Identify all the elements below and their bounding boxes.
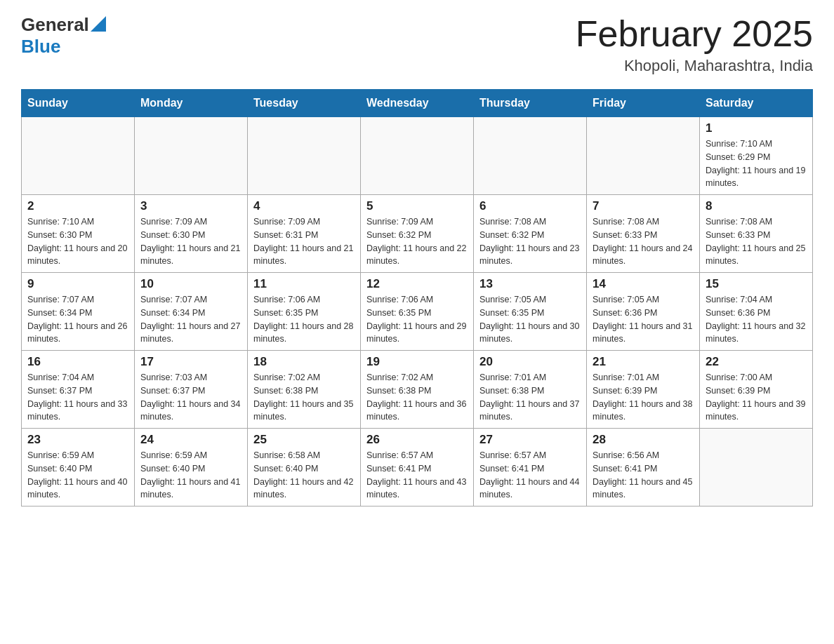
calendar-cell <box>135 117 248 195</box>
svg-marker-0 <box>91 16 106 32</box>
calendar-cell <box>361 117 474 195</box>
calendar-table: SundayMondayTuesdayWednesdayThursdayFrid… <box>21 89 813 507</box>
day-info: Sunrise: 7:09 AMSunset: 6:31 PMDaylight:… <box>253 215 355 268</box>
calendar-cell: 17Sunrise: 7:03 AMSunset: 6:37 PMDayligh… <box>135 351 248 429</box>
calendar-cell <box>474 117 587 195</box>
calendar-week-row: 16Sunrise: 7:04 AMSunset: 6:37 PMDayligh… <box>22 351 813 429</box>
day-info: Sunrise: 6:57 AMSunset: 6:41 PMDaylight:… <box>479 449 581 502</box>
day-number: 1 <box>706 121 807 135</box>
page-header: General Blue February 2025 Khopoli, Maha… <box>21 14 813 75</box>
calendar-cell <box>587 117 700 195</box>
logo-blue: Blue <box>21 36 60 57</box>
column-header-wednesday: Wednesday <box>361 90 474 117</box>
calendar-cell: 23Sunrise: 6:59 AMSunset: 6:40 PMDayligh… <box>22 429 135 507</box>
calendar-cell: 13Sunrise: 7:05 AMSunset: 6:35 PMDayligh… <box>474 273 587 351</box>
calendar-cell: 24Sunrise: 6:59 AMSunset: 6:40 PMDayligh… <box>135 429 248 507</box>
calendar-cell: 5Sunrise: 7:09 AMSunset: 6:32 PMDaylight… <box>361 195 474 273</box>
day-number: 3 <box>140 199 241 213</box>
day-info: Sunrise: 7:09 AMSunset: 6:30 PMDaylight:… <box>140 215 241 268</box>
column-header-saturday: Saturday <box>700 90 813 117</box>
day-number: 24 <box>140 433 241 447</box>
calendar-cell: 10Sunrise: 7:07 AMSunset: 6:34 PMDayligh… <box>135 273 248 351</box>
day-info: Sunrise: 7:05 AMSunset: 6:35 PMDaylight:… <box>479 293 581 346</box>
day-number: 23 <box>27 433 128 447</box>
calendar-cell: 28Sunrise: 6:56 AMSunset: 6:41 PMDayligh… <box>587 429 700 507</box>
calendar-cell: 27Sunrise: 6:57 AMSunset: 6:41 PMDayligh… <box>474 429 587 507</box>
day-number: 12 <box>366 277 468 291</box>
day-number: 27 <box>479 433 581 447</box>
day-number: 5 <box>366 199 468 213</box>
logo: General Blue <box>21 14 106 58</box>
calendar-cell: 15Sunrise: 7:04 AMSunset: 6:36 PMDayligh… <box>700 273 813 351</box>
day-number: 26 <box>366 433 468 447</box>
day-number: 28 <box>593 433 694 447</box>
column-header-sunday: Sunday <box>22 90 135 117</box>
column-header-monday: Monday <box>135 90 248 117</box>
day-number: 13 <box>479 277 581 291</box>
calendar-cell: 19Sunrise: 7:02 AMSunset: 6:38 PMDayligh… <box>361 351 474 429</box>
calendar-title: February 2025 <box>576 14 813 54</box>
calendar-cell: 18Sunrise: 7:02 AMSunset: 6:38 PMDayligh… <box>248 351 361 429</box>
calendar-cell: 3Sunrise: 7:09 AMSunset: 6:30 PMDaylight… <box>135 195 248 273</box>
day-info: Sunrise: 7:02 AMSunset: 6:38 PMDaylight:… <box>253 371 355 424</box>
title-block: February 2025 Khopoli, Maharashtra, Indi… <box>576 14 813 75</box>
calendar-cell: 12Sunrise: 7:06 AMSunset: 6:35 PMDayligh… <box>361 273 474 351</box>
day-info: Sunrise: 7:01 AMSunset: 6:38 PMDaylight:… <box>479 371 581 424</box>
day-info: Sunrise: 7:02 AMSunset: 6:38 PMDaylight:… <box>366 371 468 424</box>
day-number: 21 <box>593 355 694 369</box>
calendar-cell <box>700 429 813 507</box>
day-number: 18 <box>253 355 355 369</box>
day-number: 4 <box>253 199 355 213</box>
calendar-week-row: 1Sunrise: 7:10 AMSunset: 6:29 PMDaylight… <box>22 117 813 195</box>
day-number: 17 <box>140 355 241 369</box>
day-number: 2 <box>27 199 128 213</box>
calendar-cell: 9Sunrise: 7:07 AMSunset: 6:34 PMDaylight… <box>22 273 135 351</box>
calendar-cell: 6Sunrise: 7:08 AMSunset: 6:32 PMDaylight… <box>474 195 587 273</box>
day-info: Sunrise: 7:03 AMSunset: 6:37 PMDaylight:… <box>140 371 241 424</box>
day-info: Sunrise: 6:57 AMSunset: 6:41 PMDaylight:… <box>366 449 468 502</box>
day-info: Sunrise: 7:07 AMSunset: 6:34 PMDaylight:… <box>140 293 241 346</box>
day-info: Sunrise: 7:07 AMSunset: 6:34 PMDaylight:… <box>27 293 128 346</box>
day-number: 7 <box>593 199 694 213</box>
day-info: Sunrise: 7:04 AMSunset: 6:37 PMDaylight:… <box>27 371 128 424</box>
column-header-thursday: Thursday <box>474 90 587 117</box>
day-info: Sunrise: 6:58 AMSunset: 6:40 PMDaylight:… <box>253 449 355 502</box>
day-number: 19 <box>366 355 468 369</box>
day-info: Sunrise: 7:09 AMSunset: 6:32 PMDaylight:… <box>366 215 468 268</box>
calendar-week-row: 23Sunrise: 6:59 AMSunset: 6:40 PMDayligh… <box>22 429 813 507</box>
day-info: Sunrise: 7:06 AMSunset: 6:35 PMDaylight:… <box>366 293 468 346</box>
calendar-cell: 26Sunrise: 6:57 AMSunset: 6:41 PMDayligh… <box>361 429 474 507</box>
column-header-friday: Friday <box>587 90 700 117</box>
calendar-week-row: 2Sunrise: 7:10 AMSunset: 6:30 PMDaylight… <box>22 195 813 273</box>
day-info: Sunrise: 7:10 AMSunset: 6:30 PMDaylight:… <box>27 215 128 268</box>
day-info: Sunrise: 7:04 AMSunset: 6:36 PMDaylight:… <box>706 293 807 346</box>
day-number: 15 <box>706 277 807 291</box>
day-number: 6 <box>479 199 581 213</box>
day-number: 16 <box>27 355 128 369</box>
logo-triangle-icon <box>91 16 106 32</box>
calendar-cell: 2Sunrise: 7:10 AMSunset: 6:30 PMDaylight… <box>22 195 135 273</box>
day-number: 14 <box>593 277 694 291</box>
day-info: Sunrise: 7:00 AMSunset: 6:39 PMDaylight:… <box>706 371 807 424</box>
day-info: Sunrise: 7:08 AMSunset: 6:33 PMDaylight:… <box>706 215 807 268</box>
day-info: Sunrise: 6:59 AMSunset: 6:40 PMDaylight:… <box>140 449 241 502</box>
calendar-cell: 4Sunrise: 7:09 AMSunset: 6:31 PMDaylight… <box>248 195 361 273</box>
day-info: Sunrise: 7:08 AMSunset: 6:32 PMDaylight:… <box>479 215 581 268</box>
day-info: Sunrise: 6:59 AMSunset: 6:40 PMDaylight:… <box>27 449 128 502</box>
calendar-cell: 8Sunrise: 7:08 AMSunset: 6:33 PMDaylight… <box>700 195 813 273</box>
logo-general: General <box>21 14 89 36</box>
day-number: 10 <box>140 277 241 291</box>
column-header-tuesday: Tuesday <box>248 90 361 117</box>
calendar-cell: 11Sunrise: 7:06 AMSunset: 6:35 PMDayligh… <box>248 273 361 351</box>
day-number: 8 <box>706 199 807 213</box>
day-number: 25 <box>253 433 355 447</box>
calendar-cell: 25Sunrise: 6:58 AMSunset: 6:40 PMDayligh… <box>248 429 361 507</box>
calendar-cell: 20Sunrise: 7:01 AMSunset: 6:38 PMDayligh… <box>474 351 587 429</box>
calendar-cell: 21Sunrise: 7:01 AMSunset: 6:39 PMDayligh… <box>587 351 700 429</box>
day-number: 22 <box>706 355 807 369</box>
calendar-cell: 22Sunrise: 7:00 AMSunset: 6:39 PMDayligh… <box>700 351 813 429</box>
day-number: 9 <box>27 277 128 291</box>
calendar-cell: 7Sunrise: 7:08 AMSunset: 6:33 PMDaylight… <box>587 195 700 273</box>
day-info: Sunrise: 7:08 AMSunset: 6:33 PMDaylight:… <box>593 215 694 268</box>
calendar-cell <box>248 117 361 195</box>
